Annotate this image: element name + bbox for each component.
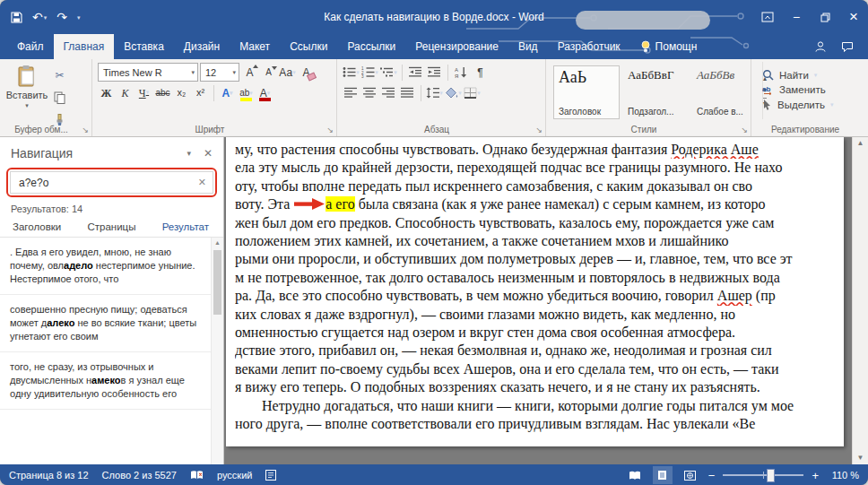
borders-button[interactable]: ▾: [464, 84, 481, 102]
text-effects-button[interactable]: А▾: [219, 84, 236, 102]
change-case-button[interactable]: Аа▾: [279, 64, 296, 82]
scroll-down-icon[interactable]: ▼: [853, 452, 868, 464]
tab-home[interactable]: Главная: [54, 34, 115, 59]
doc-line: ела эту мысль до крайней дерзости, перех…: [235, 159, 838, 177]
replace-button[interactable]: ab Заменить: [762, 84, 861, 95]
zoom-level[interactable]: 110 %: [827, 470, 859, 481]
ribbon-display-options-button[interactable]: [753, 0, 782, 34]
search-result-item[interactable]: того, не сразу, из отрывочных и двусмысл…: [0, 352, 212, 410]
tab-layout[interactable]: Макет: [230, 34, 280, 59]
superscript-button[interactable]: x²: [192, 84, 209, 102]
dialog-launcher-icon[interactable]: ↘: [741, 126, 748, 134]
tab-file[interactable]: Файл: [7, 34, 54, 59]
select-button[interactable]: Выделить ▾: [762, 99, 861, 110]
justify-button[interactable]: [399, 84, 416, 102]
tab-mailings[interactable]: Рассылки: [337, 34, 405, 59]
show-paragraph-marks-button[interactable]: ¶: [472, 64, 489, 82]
chevron-down-icon: ▾: [267, 90, 271, 96]
dialog-launcher-icon[interactable]: ↘: [535, 126, 542, 134]
web-layout-button[interactable]: [681, 466, 700, 484]
paste-button[interactable]: Вставить ▾: [5, 62, 48, 129]
redo-button[interactable]: ↷: [56, 11, 67, 23]
doc-line: веками лепит по-своему судьбы всех Ашеро…: [235, 360, 838, 378]
font-color-button[interactable]: А▾: [256, 84, 273, 102]
svg-text:Я: Я: [455, 74, 458, 78]
font-size-combo[interactable]: 12▾: [200, 63, 239, 82]
nav-tab-headings[interactable]: Заголовки: [11, 218, 63, 237]
tab-design[interactable]: Дизайн: [174, 34, 230, 59]
proofing-status-button[interactable]: [190, 470, 204, 481]
scroll-up-icon[interactable]: ▲: [212, 238, 223, 248]
search-result-item[interactable]: . Едва я его увидел, мною, не знаю почем…: [0, 238, 212, 295]
document-scrollbar[interactable]: ▲ ▼: [852, 137, 868, 464]
tab-insert[interactable]: Вставка: [114, 34, 174, 59]
style-subtle-emphasis[interactable]: АаБбВв Слабое в...: [691, 65, 758, 119]
style-subtitle[interactable]: АаБбВвГ Подзагол...: [622, 65, 689, 119]
close-button[interactable]: ×: [839, 0, 868, 34]
decrease-indent-button[interactable]: [407, 64, 424, 82]
bullets-icon: [343, 66, 356, 78]
align-center-button[interactable]: [361, 84, 378, 102]
nav-tab-results[interactable]: Результат: [161, 218, 211, 237]
line-spacing-button[interactable]: ▾: [426, 84, 443, 102]
shading-button[interactable]: ▾: [445, 84, 462, 102]
search-result-item[interactable]: совершенно пресную пищу; одеваться может…: [0, 295, 212, 352]
shrink-font-button[interactable]: А: [260, 64, 277, 82]
zoom-slider-thumb[interactable]: [767, 469, 775, 482]
scroll-up-icon[interactable]: ▲: [853, 137, 868, 150]
subscript-button[interactable]: x₂: [173, 84, 190, 102]
customize-qat-button[interactable]: ▾: [77, 14, 81, 21]
separator: [421, 85, 421, 101]
italic-button[interactable]: К: [117, 84, 134, 102]
font-name-combo[interactable]: Times New R▾: [98, 63, 198, 82]
cut-button[interactable]: ✂: [51, 66, 68, 84]
multilevel-list-button[interactable]: ▾: [380, 64, 397, 82]
numbering-button[interactable]: 123 ▾: [361, 64, 378, 82]
undo-button[interactable]: ↶▾: [32, 11, 47, 23]
zoom-slider[interactable]: [723, 474, 803, 476]
print-layout-button[interactable]: [653, 466, 673, 484]
highlight-color-button[interactable]: ab▾: [238, 84, 255, 102]
tab-references[interactable]: Ссылки: [280, 34, 337, 59]
pane-options-button[interactable]: ▾: [187, 149, 191, 158]
minimize-button[interactable]: −: [782, 0, 811, 34]
language-indicator[interactable]: русский: [217, 470, 252, 481]
status-bar: Страница 8 из 12 Слово 2 из 5527 русский: [0, 464, 868, 485]
word-count[interactable]: Слово 2 из 5527: [102, 470, 177, 481]
results-scrollbar[interactable]: ▲: [211, 238, 223, 464]
nav-tab-pages[interactable]: Страницы: [85, 218, 137, 237]
grow-font-button[interactable]: А: [241, 64, 258, 82]
align-left-button[interactable]: [343, 84, 360, 102]
macro-record-button[interactable]: [265, 470, 276, 481]
borders-icon: [464, 87, 477, 99]
restore-button[interactable]: [811, 0, 839, 34]
sort-button[interactable]: АЯ: [453, 64, 470, 82]
underline-button[interactable]: Ч▾: [135, 84, 152, 102]
read-mode-button[interactable]: [625, 466, 645, 484]
scrollbar-thumb[interactable]: [213, 250, 221, 315]
zoom-in-button[interactable]: +: [812, 469, 819, 482]
document-page[interactable]: му, что растения способны чувствовать. О…: [226, 137, 844, 446]
search-input[interactable]: [17, 176, 198, 190]
page-indicator[interactable]: Страница 8 из 12: [9, 470, 89, 481]
save-button[interactable]: [11, 12, 22, 23]
clear-formatting-button[interactable]: А: [298, 64, 315, 82]
copy-button[interactable]: [51, 89, 68, 107]
dialog-launcher-icon[interactable]: ↘: [82, 126, 89, 134]
find-button[interactable]: Найти ▾: [762, 69, 861, 81]
clear-search-icon[interactable]: ✕: [198, 177, 206, 188]
style-heading[interactable]: АаЬ Заголовок: [553, 65, 620, 119]
strikethrough-button[interactable]: abc: [154, 84, 171, 102]
navigation-search-box[interactable]: ✕: [10, 171, 213, 194]
pane-close-button[interactable]: ✕: [204, 147, 213, 160]
zoom-out-button[interactable]: −: [708, 469, 716, 482]
bullets-button[interactable]: ▾: [343, 64, 360, 82]
align-right-button[interactable]: [380, 84, 397, 102]
account-button[interactable]: [814, 40, 827, 53]
increase-indent-button[interactable]: [426, 64, 443, 82]
comments-button[interactable]: [841, 41, 854, 53]
dialog-launcher-icon[interactable]: ↘: [326, 126, 334, 134]
close-icon: ×: [849, 8, 858, 26]
bold-button[interactable]: Ж: [98, 84, 115, 102]
font-group: Times New R▾ 12▾ А А Аа▾ А Ж К Ч▾ abc x₂…: [92, 59, 337, 136]
